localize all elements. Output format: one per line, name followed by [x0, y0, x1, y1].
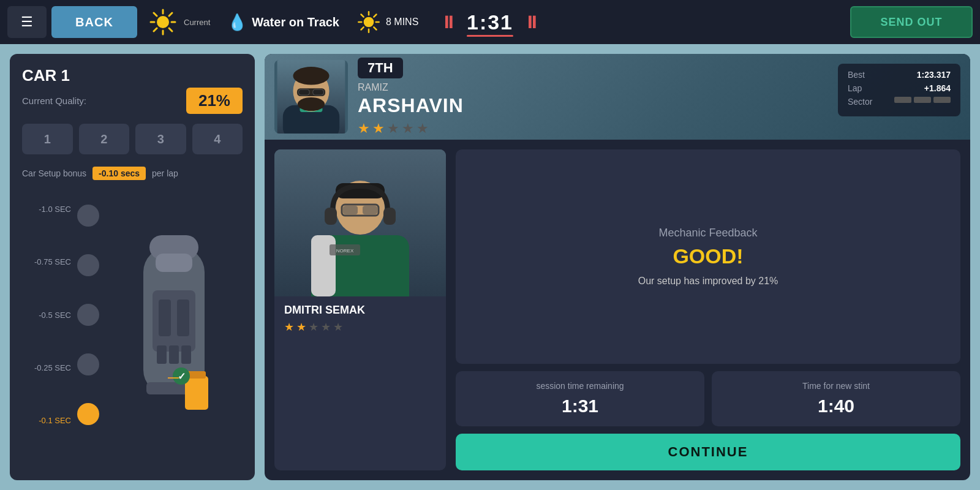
svg-rect-52 [325, 208, 337, 225]
slider-label-5: -0.1 SEC [39, 416, 71, 425]
feedback-area: Mechanic Feedback GOOD! Our setup has im… [456, 149, 960, 470]
driver-star-5: ★ [417, 121, 429, 137]
sector-label: Sector [848, 97, 872, 107]
timer-section: ⏸ 1:31 ⏸ [440, 10, 540, 34]
slider-dot-4[interactable] [77, 353, 99, 375]
svg-rect-53 [383, 208, 396, 225]
svg-rect-26 [181, 345, 191, 364]
driver-star-1: ★ [358, 121, 370, 137]
sliders-col [77, 192, 99, 437]
driver-star-3: ★ [387, 121, 399, 137]
svg-line-8 [154, 28, 157, 31]
send-out-button[interactable]: SEND OUT [850, 6, 973, 38]
pause-left-icon: ⏸ [440, 12, 457, 32]
svg-line-14 [361, 15, 364, 17]
quality-row: Current Quality: 21% [22, 88, 243, 114]
svg-rect-29 [187, 371, 206, 379]
menu-button[interactable]: ☰ [7, 6, 47, 38]
lap-stats: Best 1:23.317 Lap +1.864 Sector [838, 64, 960, 116]
left-panel: CAR 1 Current Quality: 21% 1 2 3 4 Car S… [10, 54, 255, 480]
svg-point-0 [157, 16, 169, 28]
mechanic-svg: NOREX [274, 149, 446, 296]
right-bottom: NOREX [265, 140, 970, 480]
driver-stars: ★ ★ ★ ★ ★ [358, 121, 960, 137]
svg-line-17 [361, 27, 364, 29]
svg-rect-20 [156, 254, 192, 272]
tyre-slot-1[interactable]: 1 [22, 124, 73, 154]
sun-icon [148, 7, 178, 37]
slider-dot-2[interactable] [77, 254, 99, 276]
weather-section: Current [148, 7, 210, 37]
slider-dot-3[interactable] [77, 304, 99, 326]
svg-rect-40 [313, 89, 324, 95]
slider-label-4: -0.25 SEC [34, 363, 71, 372]
svg-rect-22 [159, 300, 171, 336]
mechanic-star-4: ★ [321, 320, 331, 334]
slider-label-1: -1.0 SEC [39, 205, 71, 214]
pause-right-icon: ⏸ [523, 12, 540, 32]
driver-avatar-svg [274, 60, 348, 134]
weather-label: Current [184, 18, 210, 27]
bonus-badge: -0.10 secs [92, 167, 146, 180]
slider-dot-1[interactable] [77, 205, 99, 227]
svg-point-41 [298, 97, 325, 111]
sector-bar-1 [894, 97, 911, 103]
svg-rect-50 [343, 206, 358, 214]
quality-badge: 21% [186, 88, 243, 114]
tyre-slot-3[interactable]: 3 [135, 124, 186, 154]
sector-bar-2 [914, 97, 931, 103]
position-badge: 7TH [358, 58, 403, 78]
new-stint-card: Time for new stint 1:40 [712, 371, 960, 426]
svg-rect-24 [157, 345, 167, 364]
slider-label-2: -0.75 SEC [34, 257, 71, 266]
slider-dot-5[interactable] [77, 403, 99, 425]
tyre-slot-2[interactable]: 2 [79, 124, 130, 154]
driver-header: 7TH RAMIZ ARSHAVIN ★ ★ ★ ★ ★ Best 1:23.3… [265, 54, 970, 140]
quality-label: Current Quality: [22, 96, 86, 106]
session-time-card: session time remaining 1:31 [456, 371, 704, 426]
tyre-slots: 1 2 3 4 [22, 124, 243, 154]
mechanic-name-area: DMITRI SEMAK ★ ★ ★ ★ ★ [274, 296, 446, 341]
timer-value: 1:31 [467, 10, 513, 34]
lap-label: Lap [848, 83, 862, 93]
lap-stat-row: Lap +1.864 [848, 83, 951, 93]
svg-line-6 [169, 28, 172, 31]
session-time-label: session time remaining [536, 381, 624, 391]
per-lap-label: per lap [152, 168, 178, 178]
car-title: CAR 1 [22, 66, 243, 85]
mechanic-name: DMITRI SEMAK [284, 304, 436, 317]
mechanic-image: NOREX [274, 149, 446, 296]
svg-rect-28 [185, 376, 208, 410]
svg-rect-51 [363, 206, 377, 214]
back-button[interactable]: BACK [51, 6, 137, 38]
svg-rect-23 [177, 300, 189, 336]
svg-line-16 [374, 15, 376, 17]
mechanic-card: NOREX [274, 149, 446, 470]
svg-point-9 [364, 17, 374, 28]
sector-stat-row: Sector [848, 97, 951, 107]
svg-rect-25 [169, 345, 179, 364]
mins-section: 8 MINS [356, 10, 418, 34]
sector-bar-3 [933, 97, 951, 103]
feedback-result: GOOD! [673, 244, 743, 268]
timer-display-wrapper: 1:31 [467, 10, 513, 34]
continue-button[interactable]: CONTINUE [456, 434, 960, 470]
sector-bars [894, 97, 951, 107]
mechanic-star-2: ★ [296, 320, 306, 334]
car-slider-area: -1.0 SEC -0.75 SEC -0.5 SEC -0.25 SEC -0… [22, 192, 243, 437]
feedback-description: Our setup has improved by 21% [638, 276, 778, 287]
best-stat-row: Best 1:23.317 [848, 70, 951, 80]
lap-value: +1.864 [924, 83, 951, 93]
tyre-slot-4[interactable]: 4 [192, 124, 243, 154]
svg-line-5 [154, 13, 157, 16]
sun-icon-2 [356, 10, 381, 34]
mechanic-star-5: ★ [333, 320, 343, 334]
water-icon: 💧 [227, 13, 247, 32]
setup-bonus-row: Car Setup bonus -0.10 secs per lap [22, 167, 243, 180]
svg-point-37 [293, 67, 329, 85]
feedback-top: Mechanic Feedback GOOD! Our setup has im… [456, 149, 960, 364]
slider-label-3: -0.5 SEC [39, 311, 71, 320]
new-stint-label: Time for new stint [802, 381, 870, 391]
svg-text:NOREX: NOREX [336, 248, 354, 254]
car-svg: ✓ — [131, 211, 217, 419]
